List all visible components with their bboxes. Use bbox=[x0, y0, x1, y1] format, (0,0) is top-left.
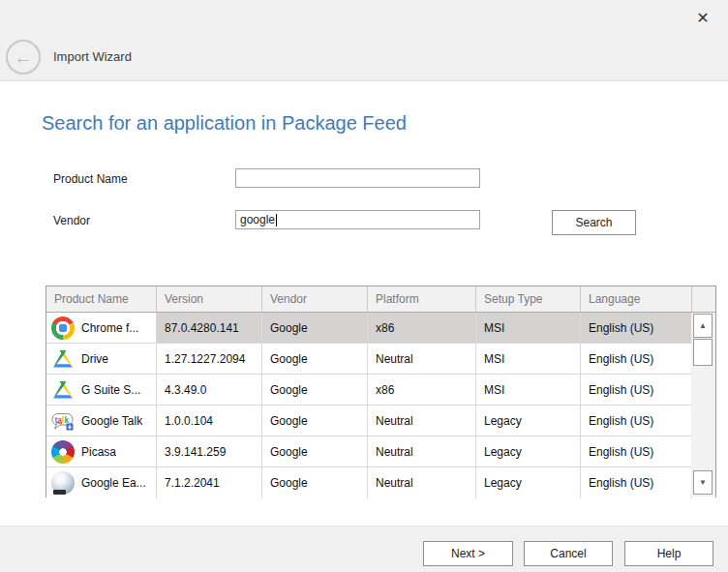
column-header[interactable]: Setup Type bbox=[476, 286, 581, 312]
cell-setup-type: MSI bbox=[476, 375, 581, 405]
cell-product-name: Picasa bbox=[46, 437, 157, 467]
column-header[interactable]: Language bbox=[581, 286, 692, 312]
cell-language: English (US) bbox=[581, 375, 692, 405]
cell-setup-type: Legacy bbox=[476, 406, 581, 436]
product-name-text: Chrome f... bbox=[81, 321, 138, 335]
cell-platform: Neutral bbox=[368, 437, 476, 467]
search-button[interactable]: Search bbox=[552, 210, 636, 235]
product-name-text: G Suite S... bbox=[81, 383, 140, 397]
column-header[interactable]: Version bbox=[157, 286, 262, 312]
cell-product-name: talkGoogle Talk bbox=[46, 406, 157, 436]
cell-platform: Neutral bbox=[368, 467, 476, 498]
close-icon[interactable]: ✕ bbox=[689, 4, 716, 31]
drive-icon bbox=[51, 378, 75, 402]
cell-version: 87.0.4280.141 bbox=[157, 313, 262, 343]
earth-icon bbox=[51, 471, 75, 495]
cell-platform: x86 bbox=[368, 313, 476, 343]
cell-setup-type: Legacy bbox=[476, 437, 581, 467]
column-header-filler bbox=[692, 286, 715, 312]
cell-version: 1.0.0.104 bbox=[157, 406, 262, 436]
cell-product-name: Drive bbox=[46, 344, 157, 374]
column-header[interactable]: Product Name bbox=[46, 286, 157, 312]
cell-product-name: Google Ea... bbox=[46, 467, 157, 498]
cell-product-name: Chrome f... bbox=[46, 313, 157, 343]
cell-vendor: Google bbox=[262, 406, 368, 436]
scroll-down-icon[interactable]: ▼ bbox=[693, 470, 713, 495]
drive-icon bbox=[51, 347, 75, 371]
scroll-up-icon[interactable]: ▲ bbox=[693, 314, 713, 338]
table-body: Chrome f...87.0.4280.141Googlex86MSIEngl… bbox=[46, 313, 715, 498]
table-row[interactable]: talkGoogle Talk1.0.0.104GoogleNeutralLeg… bbox=[46, 406, 715, 437]
table-row[interactable]: Drive1.27.1227.2094GoogleNeutralMSIEngli… bbox=[46, 344, 715, 375]
chrome-icon bbox=[51, 316, 75, 340]
next-button[interactable]: Next > bbox=[423, 541, 513, 566]
cell-product-name: G Suite S... bbox=[46, 375, 157, 405]
footer-bar bbox=[0, 526, 728, 572]
product-name-text: Picasa bbox=[81, 445, 116, 459]
cell-language: English (US) bbox=[581, 406, 692, 436]
column-header[interactable]: Platform bbox=[368, 286, 476, 312]
product-name-label: Product Name bbox=[53, 172, 128, 186]
back-arrow-icon: ← bbox=[15, 48, 33, 67]
help-button[interactable]: Help bbox=[624, 541, 713, 566]
vendor-input[interactable]: google bbox=[235, 210, 480, 229]
page-title: Search for an application in Package Fee… bbox=[42, 112, 407, 135]
svg-text:talk: talk bbox=[55, 414, 70, 424]
table-row[interactable]: Picasa3.9.141.259GoogleNeutralLegacyEngl… bbox=[46, 437, 715, 467]
cell-vendor: Google bbox=[262, 467, 368, 498]
cell-version: 1.27.1227.2094 bbox=[157, 344, 262, 374]
cell-platform: x86 bbox=[368, 375, 476, 405]
cell-vendor: Google bbox=[262, 344, 368, 374]
product-name-input[interactable] bbox=[235, 168, 480, 188]
cell-version: 4.3.49.0 bbox=[157, 375, 262, 405]
vertical-scrollbar[interactable]: ▲ ▼ bbox=[691, 313, 715, 497]
cell-language: English (US) bbox=[581, 344, 692, 374]
table-header: Product NameVersionVendorPlatformSetup T… bbox=[46, 286, 715, 313]
product-name-text: Drive bbox=[81, 352, 108, 366]
cell-platform: Neutral bbox=[368, 406, 476, 436]
cell-setup-type: MSI bbox=[476, 344, 581, 374]
back-button[interactable]: ← bbox=[6, 40, 41, 75]
vendor-label: Vendor bbox=[53, 214, 90, 227]
cell-setup-type: Legacy bbox=[476, 467, 581, 498]
cell-vendor: Google bbox=[262, 375, 368, 405]
picasa-icon bbox=[51, 440, 75, 464]
cell-platform: Neutral bbox=[368, 344, 476, 374]
table-row[interactable]: G Suite S...4.3.49.0Googlex86MSIEnglish … bbox=[46, 375, 715, 406]
cell-language: English (US) bbox=[581, 313, 692, 343]
package-table: Product NameVersionVendorPlatformSetup T… bbox=[46, 286, 716, 497]
import-wizard-dialog: ✕ ← Import Wizard Search for an applicat… bbox=[0, 0, 728, 572]
cell-vendor: Google bbox=[262, 313, 368, 343]
cell-version: 7.1.2.2041 bbox=[157, 467, 262, 498]
product-name-text: Google Talk bbox=[81, 414, 142, 428]
text-caret bbox=[276, 214, 277, 226]
wizard-title: Import Wizard bbox=[53, 49, 132, 64]
table-row[interactable]: Google Ea...7.1.2.2041GoogleNeutralLegac… bbox=[46, 467, 715, 498]
table-row[interactable]: Chrome f...87.0.4280.141Googlex86MSIEngl… bbox=[46, 313, 715, 344]
cancel-button[interactable]: Cancel bbox=[524, 541, 613, 566]
cell-language: English (US) bbox=[581, 437, 692, 467]
scrollbar-thumb[interactable] bbox=[693, 339, 713, 366]
product-name-text: Google Ea... bbox=[81, 476, 146, 490]
cell-setup-type: MSI bbox=[476, 313, 581, 343]
vendor-value: google bbox=[240, 213, 275, 226]
wizard-header: ✕ ← Import Wizard bbox=[0, 0, 728, 81]
cell-vendor: Google bbox=[262, 437, 368, 467]
cell-language: English (US) bbox=[581, 467, 692, 498]
cell-version: 3.9.141.259 bbox=[157, 437, 262, 467]
column-header[interactable]: Vendor bbox=[262, 286, 368, 312]
talk-icon: talk bbox=[51, 409, 75, 433]
